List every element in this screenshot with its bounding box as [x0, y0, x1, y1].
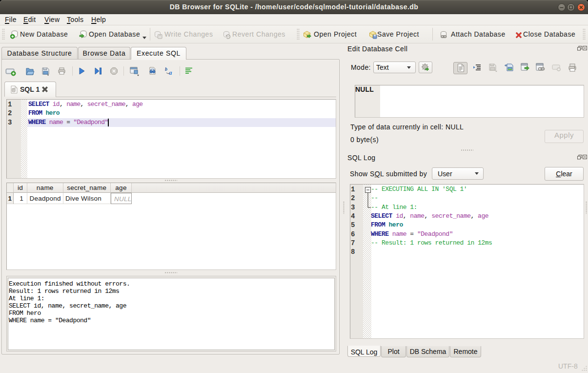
- svg-text:a: a: [169, 69, 172, 76]
- svg-text:b: b: [165, 66, 167, 72]
